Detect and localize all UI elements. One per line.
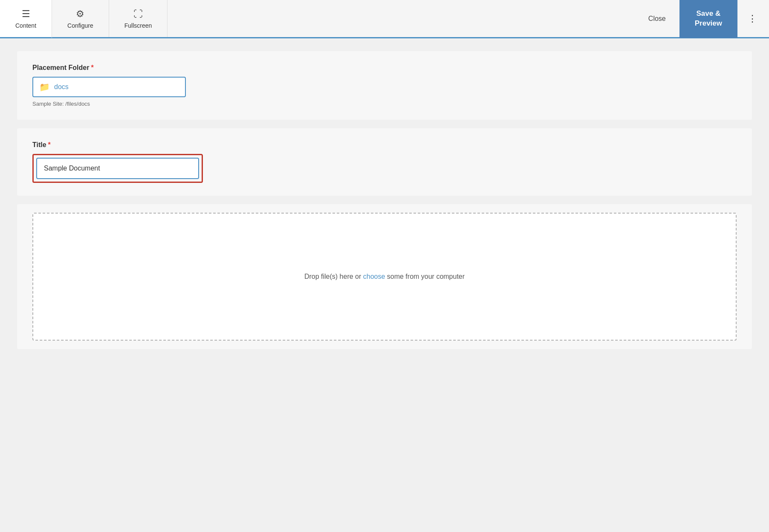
save-preview-button[interactable]: Save &Preview: [679, 0, 737, 38]
title-field-highlight: [32, 154, 203, 183]
title-input[interactable]: [36, 158, 199, 179]
content-icon: ☰: [22, 9, 30, 20]
required-star-folder: *: [91, 64, 93, 72]
folder-input[interactable]: 📁 docs: [32, 77, 186, 97]
content-tab-label: Content: [15, 22, 36, 29]
title-label: Title *: [32, 141, 737, 149]
title-section: Title *: [17, 128, 752, 196]
tab-fullscreen[interactable]: ⛶ Fullscreen: [109, 0, 168, 37]
configure-tab-label: Configure: [67, 22, 93, 29]
choose-files-link[interactable]: choose: [363, 273, 385, 280]
more-options-button[interactable]: ⋮: [744, 10, 760, 28]
fullscreen-icon: ⛶: [133, 9, 143, 20]
folder-icon: 📁: [39, 82, 50, 92]
required-star-title: *: [48, 141, 51, 149]
toolbar-spacer: [168, 0, 641, 37]
fullscreen-tab-label: Fullscreen: [124, 22, 152, 29]
close-button[interactable]: Close: [642, 12, 673, 26]
placement-folder-label: Placement Folder *: [32, 64, 737, 72]
main-content: Placement Folder * 📁 docs Sample Site: /…: [0, 38, 769, 362]
folder-name: docs: [54, 83, 69, 91]
tab-configure[interactable]: ⚙ Configure: [52, 0, 109, 37]
toolbar: ☰ Content ⚙ Configure ⛶ Fullscreen Close…: [0, 0, 769, 38]
tab-content[interactable]: ☰ Content: [0, 0, 52, 38]
more-icon: ⋮: [748, 13, 757, 24]
drop-zone-text: Drop file(s) here or choose some from yo…: [304, 273, 465, 280]
configure-icon: ⚙: [76, 9, 84, 20]
placement-folder-section: Placement Folder * 📁 docs Sample Site: /…: [17, 51, 752, 120]
toolbar-right: Close Save &Preview ⋮: [642, 0, 769, 37]
drop-zone-card: Drop file(s) here or choose some from yo…: [17, 204, 752, 349]
folder-hint: Sample Site: /files/docs: [32, 101, 737, 107]
drop-zone[interactable]: Drop file(s) here or choose some from yo…: [32, 213, 737, 341]
